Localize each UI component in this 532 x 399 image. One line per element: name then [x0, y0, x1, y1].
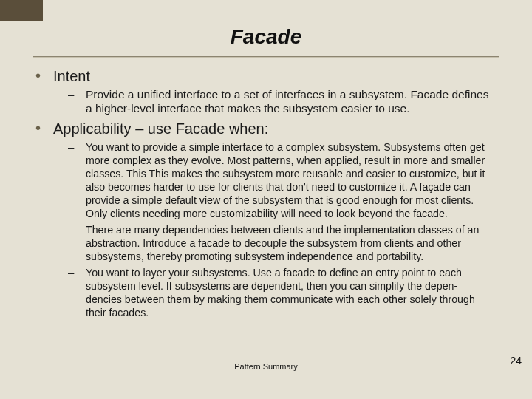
intent-label: Intent	[53, 68, 90, 84]
applicability-section: Applicability – use Facade when: You wan…	[53, 120, 491, 319]
footer-label: Pattern Summary	[0, 362, 532, 371]
intent-bullet: Provide a unified interface to a set of …	[86, 88, 491, 116]
page-number: 24	[510, 355, 522, 366]
applicability-bullet-2: There are many dependencies between clie…	[86, 223, 491, 263]
applicability-text-3: You want to layer your subsystems. Use a…	[86, 267, 475, 318]
applicability-text-1: You want to provide a simple interface t…	[86, 141, 485, 219]
slide-title: Facade	[0, 25, 532, 49]
applicability-bullet-3: You want to layer your subsystems. Use a…	[86, 266, 491, 319]
applicability-sublist: You want to provide a simple interface t…	[86, 140, 491, 319]
title-underline	[33, 56, 499, 58]
applicability-text-2: There are many dependencies between clie…	[86, 224, 479, 262]
intent-sublist: Provide a unified interface to a set of …	[86, 88, 491, 116]
intent-section: Intent Provide a unified interface to a …	[53, 68, 491, 116]
content-list: Intent Provide a unified interface to a …	[53, 68, 491, 319]
intent-text: Provide a unified interface to a set of …	[86, 88, 488, 115]
slide: Facade Intent Provide a unified interfac…	[0, 0, 532, 399]
applicability-label: Applicability – use Facade when:	[53, 120, 268, 137]
applicability-bullet-1: You want to provide a simple interface t…	[86, 140, 491, 220]
